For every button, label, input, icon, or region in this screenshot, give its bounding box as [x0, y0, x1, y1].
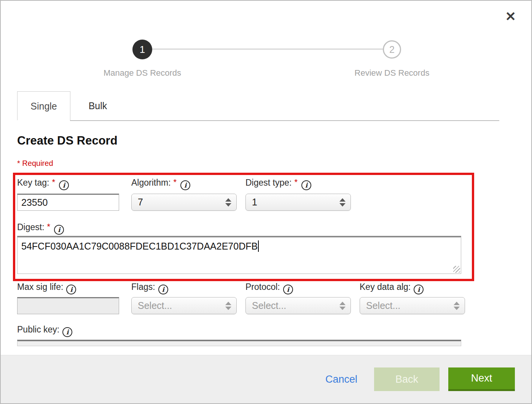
key-data-alg-select[interactable]: Select... — [360, 297, 465, 314]
digest-type-select[interactable]: 1 — [245, 194, 351, 211]
info-icon[interactable]: i — [62, 327, 72, 337]
protocol-select[interactable]: Select... — [245, 297, 351, 314]
info-icon[interactable]: i — [66, 285, 76, 294]
algorithm-select[interactable]: 7 — [131, 194, 237, 211]
algorithm-select-value: 7 — [138, 197, 143, 208]
step-1-indicator: 1 — [132, 40, 152, 59]
max-sig-life-label-text: Max sig life: — [17, 282, 63, 292]
key-tag-input[interactable] — [17, 194, 119, 211]
required-note: * Required — [17, 159, 53, 168]
select-arrows-icon — [339, 302, 346, 310]
digest-type-select-value: 1 — [252, 197, 257, 208]
back-button[interactable]: Back — [374, 367, 440, 391]
step-1-label: Manage DS Records — [104, 68, 181, 78]
tab-single[interactable]: Single — [17, 91, 70, 120]
page-title: Create DS Record — [17, 134, 118, 148]
step-2-indicator: 2 — [383, 40, 401, 59]
digest-value: 54FCF030AA1C79C0088FDEC1BD1C37DAA2E70DFB — [21, 241, 258, 251]
select-arrows-icon — [225, 302, 231, 310]
info-icon[interactable]: i — [414, 285, 424, 294]
protocol-select-value: Select... — [252, 300, 286, 311]
tab-divider — [70, 120, 499, 121]
digest-textarea[interactable]: 54FCF030AA1C79C0088FDEC1BD1C37DAA2E70DFB — [17, 236, 461, 274]
create-ds-record-modal: ✕ 1 2 Manage DS Records Review DS Record… — [0, 0, 532, 404]
resize-handle-icon[interactable] — [453, 266, 460, 273]
key-data-alg-label: Key data alg:i — [360, 282, 424, 294]
key-data-alg-select-value: Select... — [366, 300, 400, 311]
stepper-connector — [142, 49, 392, 49]
digest-label-text: Digest: — [17, 222, 45, 232]
select-arrows-icon — [454, 302, 460, 310]
digest-type-label: Digest type:*i — [245, 178, 311, 190]
key-tag-label-text: Key tag: — [17, 178, 49, 188]
info-icon[interactable]: i — [54, 225, 64, 235]
select-arrows-icon — [225, 198, 231, 207]
algorithm-label: Algorithm:*i — [131, 178, 190, 190]
flags-label-text: Flags: — [131, 282, 155, 292]
required-asterisk: * — [47, 222, 51, 231]
text-cursor — [258, 240, 259, 252]
info-icon[interactable]: i — [283, 285, 293, 294]
tab-bulk[interactable]: Bulk — [70, 91, 125, 120]
step-2-label: Review DS Records — [355, 68, 430, 78]
close-icon[interactable]: ✕ — [505, 10, 516, 23]
info-icon[interactable]: i — [301, 180, 311, 190]
public-key-label: Public key:i — [17, 324, 72, 337]
info-icon[interactable]: i — [180, 180, 190, 190]
digest-label: Digest:*i — [17, 222, 64, 235]
protocol-label-text: Protocol: — [245, 282, 280, 292]
required-asterisk: * — [294, 177, 298, 187]
select-arrows-icon — [339, 198, 346, 207]
max-sig-life-input[interactable] — [17, 297, 119, 314]
info-icon[interactable]: i — [158, 285, 168, 294]
key-tag-label: Key tag:*i — [17, 178, 69, 190]
algorithm-label-text: Algorithm: — [131, 178, 171, 188]
next-button[interactable]: Next — [448, 367, 515, 391]
flags-select-value: Select... — [138, 300, 172, 311]
flags-select[interactable]: Select... — [131, 297, 237, 314]
max-sig-life-label: Max sig life:i — [17, 282, 76, 294]
protocol-label: Protocol:i — [245, 282, 293, 294]
key-data-alg-label-text: Key data alg: — [360, 282, 411, 292]
public-key-textarea[interactable] — [17, 340, 461, 346]
digest-type-label-text: Digest type: — [245, 178, 291, 188]
public-key-label-text: Public key: — [17, 324, 59, 334]
required-asterisk: * — [52, 177, 55, 187]
required-asterisk: * — [174, 177, 177, 187]
cancel-button[interactable]: Cancel — [325, 374, 357, 385]
flags-label: Flags:i — [131, 282, 168, 294]
info-icon[interactable]: i — [59, 180, 69, 190]
modal-footer: Cancel Back Next — [1, 355, 531, 403]
